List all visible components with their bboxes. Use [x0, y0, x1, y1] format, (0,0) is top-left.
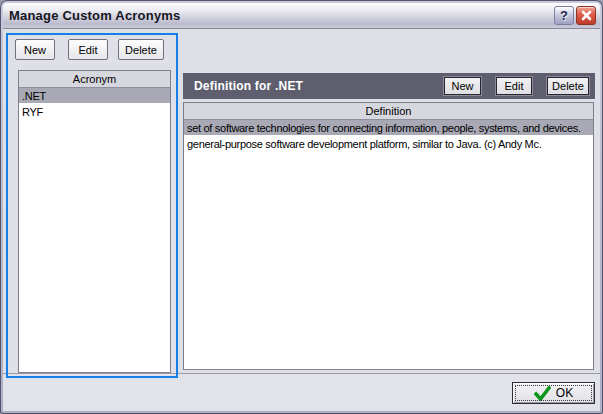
definition-table: Definition set of software technologies … [183, 102, 594, 370]
footer-bar: OK [3, 373, 600, 411]
ok-button[interactable]: OK [512, 382, 595, 404]
definition-edit-button[interactable]: Edit [496, 77, 532, 95]
definition-row[interactable]: general-purpose software development pla… [184, 136, 593, 152]
dialog-body: New Edit Delete Acronym .NET RYF Definit… [3, 29, 600, 411]
ok-check-icon [534, 386, 551, 401]
definition-header-bar: Definition for .NET New Edit Delete [183, 73, 595, 99]
close-icon [581, 10, 592, 21]
ok-button-label: OK [556, 386, 573, 400]
titlebar-buttons: ? [554, 6, 596, 25]
close-button[interactable] [576, 6, 596, 25]
definition-new-button[interactable]: New [444, 77, 481, 95]
definition-column-header: Definition [184, 103, 593, 120]
definition-header-buttons: New Edit Delete [444, 77, 595, 95]
definition-row[interactable]: set of software technologies for connect… [184, 120, 593, 136]
help-button[interactable]: ? [554, 6, 574, 25]
manage-custom-acronyms-dialog: Manage Custom Acronyms ? New Edit Delete… [0, 0, 603, 414]
question-icon: ? [560, 8, 568, 23]
titlebar[interactable]: Manage Custom Acronyms ? [3, 3, 600, 29]
definition-delete-button[interactable]: Delete [547, 77, 589, 95]
window-title: Manage Custom Acronyms [3, 8, 181, 23]
definition-header-title: Definition for .NET [183, 79, 444, 93]
acronym-panel [6, 33, 178, 378]
